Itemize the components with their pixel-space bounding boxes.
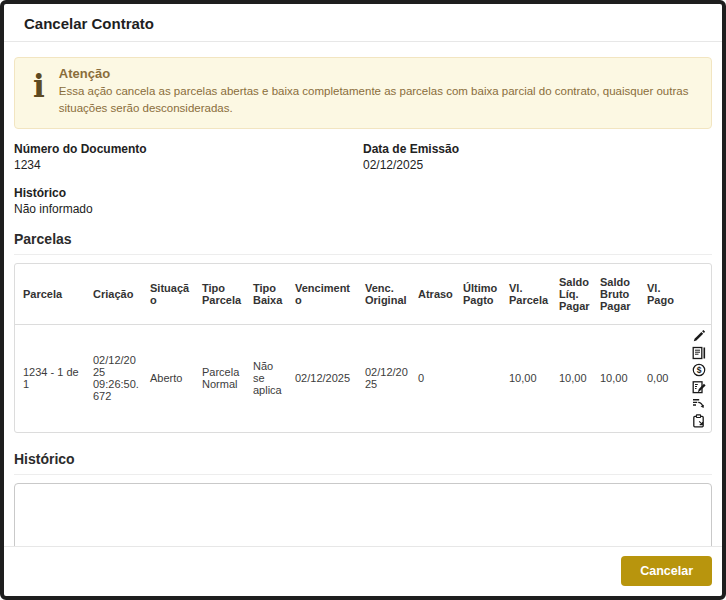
historico-field: Histórico Não informado — [14, 185, 363, 217]
alert-content: Atenção Essa ação cancela as parcelas ab… — [59, 66, 689, 118]
cell-parcela: 1234 - 1 de 1 — [15, 324, 85, 432]
edit-icon[interactable] — [692, 329, 706, 343]
cancel-button[interactable]: Cancelar — [621, 556, 712, 586]
col-header-vl-pago: Vl. Pago — [639, 264, 684, 324]
cell-vencimento: 02/12/2025 — [287, 324, 357, 432]
col-header-saldo-liq-pagar: Saldo Líq. Pagar — [551, 264, 592, 324]
data-emissao-field: Data de Emissão 02/12/2025 — [363, 141, 712, 173]
col-header-atraso: Atraso — [410, 264, 455, 324]
col-header-criacao: Criação — [85, 264, 142, 324]
numero-documento-value: 1234 — [14, 157, 353, 173]
cell-situacao: Aberto — [142, 324, 194, 432]
parcelas-table-container: Parcela Criação Situação Tipo Parcela Ti… — [14, 263, 712, 433]
col-header-vencimento: Vencimento — [287, 264, 357, 324]
cell-actions: $ — [684, 324, 712, 432]
svg-text:$: $ — [697, 365, 702, 375]
cell-ultimo-pagto — [455, 324, 501, 432]
modal-header: Cancelar Contrato — [4, 4, 722, 42]
col-header-saldo-bruto-pagar: Saldo Bruto Pagar — [592, 264, 639, 324]
col-header-vl-parcela: Vl. Parcela — [501, 264, 551, 324]
numero-documento-label: Número do Documento — [14, 141, 353, 157]
historico-value: Não informado — [14, 201, 353, 217]
cell-saldo-bruto-pagar: 10,00 — [592, 324, 639, 432]
parcelas-heading: Parcelas — [14, 231, 712, 255]
table-row: 1234 - 1 de 1 02/12/2025 09:26:50.672 Ab… — [15, 324, 712, 432]
modal-footer: Cancelar — [4, 546, 722, 596]
cell-venc-original: 02/12/2025 — [357, 324, 410, 432]
alert-message: Essa ação cancela as parcelas abertas e … — [59, 83, 689, 118]
parcelas-table: Parcela Criação Situação Tipo Parcela Ti… — [15, 264, 712, 432]
col-header-parcela: Parcela — [15, 264, 85, 324]
modal-body: i Atenção Essa ação cancela as parcelas … — [4, 42, 722, 546]
document-info-row-2: Histórico Não informado — [14, 185, 712, 229]
historico-section-heading: Histórico — [14, 451, 712, 475]
col-header-tipo-parcela: Tipo Parcela — [194, 264, 245, 324]
info-icon: i — [29, 69, 45, 103]
alert-title: Atenção — [59, 66, 689, 81]
note-edit-icon[interactable] — [692, 380, 706, 394]
cancel-contract-modal: Cancelar Contrato i Atenção Essa ação ca… — [0, 0, 726, 600]
clipboard-icon[interactable] — [692, 414, 706, 428]
cell-tipo-baixa: Não se aplica — [245, 324, 287, 432]
historico-label: Histórico — [14, 185, 353, 201]
historico-textarea[interactable] — [14, 483, 712, 546]
col-header-acoes — [684, 264, 712, 324]
cell-vl-parcela: 10,00 — [501, 324, 551, 432]
table-header-row: Parcela Criação Situação Tipo Parcela Ti… — [15, 264, 712, 324]
cell-saldo-liq-pagar: 10,00 — [551, 324, 592, 432]
document-info: Número do Documento 1234 Data de Emissão… — [14, 141, 712, 230]
cell-atraso: 0 — [410, 324, 455, 432]
cell-tipo-parcela: Parcela Normal — [194, 324, 245, 432]
data-emissao-value: 02/12/2025 — [363, 157, 702, 173]
row-actions: $ — [684, 329, 706, 428]
page-title: Cancelar Contrato — [24, 15, 702, 32]
document-info-row-1: Número do Documento 1234 Data de Emissão… — [14, 141, 712, 185]
col-header-situacao: Situação — [142, 264, 194, 324]
cell-vl-pago: 0,00 — [639, 324, 684, 432]
forward-icon[interactable] — [692, 397, 706, 411]
data-emissao-label: Data de Emissão — [363, 141, 702, 157]
numero-documento-field: Número do Documento 1234 — [14, 141, 363, 173]
money-icon[interactable]: $ — [692, 363, 706, 377]
cell-criacao: 02/12/2025 09:26:50.672 — [85, 324, 142, 432]
col-header-tipo-baixa: Tipo Baixa — [245, 264, 287, 324]
warning-alert: i Atenção Essa ação cancela as parcelas … — [14, 57, 712, 129]
col-header-venc-original: Venc. Original — [357, 264, 410, 324]
col-header-ultimo-pagto: Último Pagto — [455, 264, 501, 324]
receipt-icon[interactable] — [692, 346, 706, 360]
